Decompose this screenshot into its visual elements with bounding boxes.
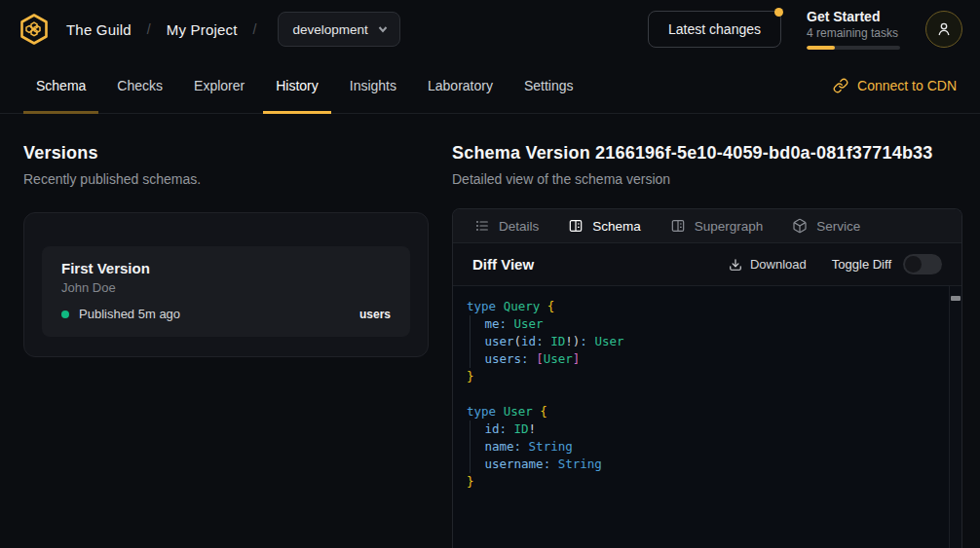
- schema-version-panel: Schema Version 2166196f-5e10-4059-bd0a-0…: [452, 143, 962, 548]
- code-scrollbar[interactable]: [949, 286, 961, 548]
- nav-tab-checks[interactable]: Checks: [104, 58, 175, 113]
- versions-title: Versions: [23, 143, 429, 164]
- schema-code-viewer[interactable]: type Query {me: Useruser(id: ID!): Useru…: [453, 286, 961, 548]
- nav-tab-schema[interactable]: Schema: [23, 58, 98, 113]
- main-nav: SchemaChecksExplorerHistoryInsightsLabor…: [0, 58, 980, 114]
- code-line: type Query {: [467, 298, 936, 315]
- panel-tab-details[interactable]: Details: [474, 218, 539, 234]
- cube-icon: [792, 218, 808, 234]
- download-icon: [729, 258, 742, 272]
- nav-tabs: SchemaChecksExplorerHistoryInsightsLabor…: [23, 58, 592, 113]
- panel-tab-label: Schema: [592, 219, 641, 234]
- version-status: Published 5m ago: [79, 307, 180, 321]
- nav-tab-settings[interactable]: Settings: [511, 58, 586, 113]
- code-line: name: String: [467, 438, 936, 456]
- panel-tab-service[interactable]: Service: [792, 218, 860, 234]
- code-line: users: [User]: [467, 350, 936, 368]
- user-avatar[interactable]: [925, 11, 962, 48]
- versions-subtitle: Recently published schemas.: [23, 171, 429, 187]
- toggle-diff-switch[interactable]: [903, 254, 942, 274]
- indent-guide: [470, 438, 484, 456]
- topbar: The Guild / My Project / development Lat…: [0, 0, 980, 58]
- breadcrumb: The Guild / My Project / development: [16, 11, 400, 48]
- code-line: }: [467, 473, 936, 491]
- progress-fill: [807, 46, 835, 50]
- service-badge: users: [359, 308, 391, 321]
- code-line: user(id: ID!): User: [467, 333, 936, 350]
- breadcrumb-separator: /: [145, 21, 153, 37]
- panel-tab-label: Supergraph: [695, 219, 764, 234]
- user-icon: [935, 20, 953, 38]
- diff-view-header: Diff View Download Toggle Diff: [453, 243, 961, 286]
- download-button[interactable]: Download: [729, 257, 807, 272]
- toggle-diff-control: Toggle Diff: [832, 254, 942, 274]
- panel-tab-label: Service: [816, 219, 860, 234]
- columns-icon: [568, 218, 584, 234]
- published-status-dot: [61, 311, 69, 318]
- link-icon: [833, 78, 848, 93]
- main-content: Versions Recently published schemas. Fir…: [0, 114, 980, 548]
- version-meta-row: Published 5m ago users: [61, 307, 391, 321]
- code-line: type User {: [467, 403, 936, 420]
- versions-card: First Version John Doe Published 5m ago …: [23, 212, 429, 357]
- indent-guide: [470, 333, 484, 350]
- nav-tab-explorer[interactable]: Explorer: [181, 58, 257, 113]
- panel-tabs: DetailsSchemaSupergraphService: [453, 209, 961, 243]
- breadcrumb-project[interactable]: My Project: [167, 21, 238, 38]
- panel-tab-label: Details: [499, 219, 539, 234]
- panel-tab-schema[interactable]: Schema: [568, 218, 641, 234]
- target-selector[interactable]: development: [278, 12, 399, 47]
- code-line: username: String: [467, 456, 936, 473]
- topbar-right: Latest changes Get Started 4 remaining t…: [648, 9, 962, 50]
- chevron-down-icon: [378, 24, 388, 34]
- breadcrumb-separator: /: [251, 21, 259, 37]
- code-line: [467, 385, 936, 403]
- version-author: John Doe: [61, 280, 391, 295]
- list-icon: [474, 218, 490, 234]
- code-line: }: [467, 368, 936, 385]
- latest-changes-button[interactable]: Latest changes: [648, 11, 781, 48]
- schema-version-subtitle: Detailed view of the schema version: [452, 171, 962, 187]
- schema-detail-card: DetailsSchemaSupergraphService Diff View…: [452, 208, 962, 548]
- connect-to-cdn-link[interactable]: Connect to CDN: [833, 58, 957, 113]
- get-started-subtitle: 4 remaining tasks: [807, 26, 900, 40]
- toggle-diff-label: Toggle Diff: [832, 257, 891, 272]
- indent-guide: [470, 315, 484, 333]
- diff-actions: Download Toggle Diff: [729, 254, 942, 274]
- nav-tab-laboratory[interactable]: Laboratory: [415, 58, 506, 113]
- code-content: type Query {me: Useruser(id: ID!): Useru…: [467, 298, 936, 491]
- version-name: First Version: [61, 260, 391, 276]
- get-started-widget[interactable]: Get Started 4 remaining tasks: [807, 9, 900, 50]
- target-selector-value: development: [292, 22, 367, 37]
- breadcrumb-org[interactable]: The Guild: [66, 21, 132, 38]
- switch-knob: [905, 256, 922, 273]
- code-line: me: User: [467, 315, 936, 333]
- get-started-progress-bar: [807, 46, 900, 50]
- version-list-item[interactable]: First Version John Doe Published 5m ago …: [42, 246, 410, 337]
- indent-guide: [470, 350, 484, 368]
- hive-logo-icon[interactable]: [16, 11, 53, 48]
- scrollbar-thumb[interactable]: [951, 296, 961, 301]
- notification-dot: [774, 8, 783, 17]
- app-root: The Guild / My Project / development Lat…: [0, 0, 980, 548]
- panel-tab-supergraph[interactable]: Supergraph: [670, 218, 764, 234]
- get-started-title: Get Started: [807, 9, 900, 24]
- versions-panel: Versions Recently published schemas. Fir…: [23, 143, 429, 548]
- diff-view-title: Diff View: [472, 256, 534, 273]
- code-line: id: ID!: [467, 420, 936, 438]
- nav-tab-history[interactable]: History: [263, 58, 331, 113]
- indent-guide: [470, 456, 484, 473]
- nav-tab-insights[interactable]: Insights: [337, 58, 409, 113]
- indent-guide: [470, 420, 484, 438]
- schema-version-title: Schema Version 2166196f-5e10-4059-bd0a-0…: [452, 143, 962, 164]
- columns-icon: [670, 218, 686, 234]
